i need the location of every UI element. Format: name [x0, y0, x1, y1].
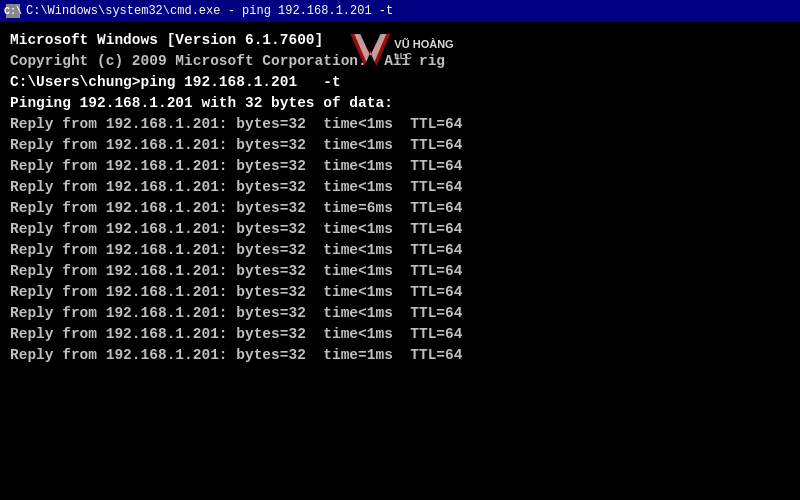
cmd-line: Reply from 192.168.1.201: bytes=32 time<…: [10, 135, 790, 156]
cmd-line: C:\Users\chung>ping 192.168.1.201 -t: [10, 72, 790, 93]
watermark: VŨ HOÀNG LLC: [346, 30, 453, 70]
cmd-line: Reply from 192.168.1.201: bytes=32 time=…: [10, 198, 790, 219]
title-bar-text: C:\Windows\system32\cmd.exe - ping 192.1…: [26, 4, 393, 18]
watermark-logo-svg: [346, 30, 394, 70]
cmd-line: Reply from 192.168.1.201: bytes=32 time<…: [10, 240, 790, 261]
cmd-line: Reply from 192.168.1.201: bytes=32 time<…: [10, 156, 790, 177]
cmd-line: Reply from 192.168.1.201: bytes=32 time<…: [10, 261, 790, 282]
cmd-line: Reply from 192.168.1.201: bytes=32 time<…: [10, 303, 790, 324]
cmd-body: Microsoft Windows [Version 6.1.7600]Copy…: [0, 22, 800, 500]
title-bar-icon: C:\: [6, 4, 20, 18]
cmd-line: Reply from 192.168.1.201: bytes=32 time<…: [10, 219, 790, 240]
watermark-text: VŨ HOÀNG LLC: [394, 38, 453, 62]
cmd-line: Pinging 192.168.1.201 with 32 bytes of d…: [10, 93, 790, 114]
cmd-line: Reply from 192.168.1.201: bytes=32 time<…: [10, 177, 790, 198]
cmd-line: Reply from 192.168.1.201: bytes=32 time=…: [10, 345, 790, 366]
cmd-line: Reply from 192.168.1.201: bytes=32 time<…: [10, 282, 790, 303]
cmd-line: Reply from 192.168.1.201: bytes=32 time<…: [10, 324, 790, 345]
cmd-line: Reply from 192.168.1.201: bytes=32 time<…: [10, 114, 790, 135]
title-bar: C:\ C:\Windows\system32\cmd.exe - ping 1…: [0, 0, 800, 22]
svg-marker-0: [350, 34, 390, 66]
